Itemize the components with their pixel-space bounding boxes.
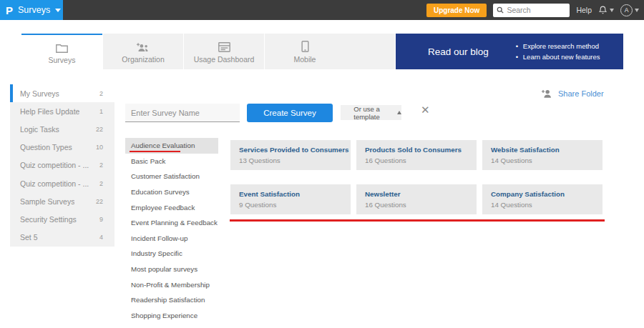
- sidebar-item-count: 10: [96, 144, 103, 151]
- template-card-products-sold[interactable]: Products Sold to Consumers 16 Questions: [356, 140, 477, 170]
- tab-organization[interactable]: Organization: [102, 34, 183, 69]
- category-industry-specific[interactable]: Industry Specific: [125, 246, 218, 262]
- category-label: Shopping Experience: [131, 312, 197, 319]
- template-category-list: Audience Evaluation Basic Pack Customer …: [125, 138, 218, 328]
- blog-banner-title: Read our blog: [428, 46, 489, 57]
- share-folder-button[interactable]: Share Folder: [542, 89, 604, 98]
- tab-label: Surveys: [49, 56, 76, 64]
- sidebar-item-count: 22: [96, 198, 103, 205]
- category-label: Non-Profit & Membership: [131, 281, 210, 289]
- avatar: A: [620, 4, 633, 16]
- main-nav-tabs: Surveys Organization Usage: [21, 34, 395, 69]
- card-title: Event Satisfaction: [239, 190, 342, 198]
- sidebar-item-my-surveys[interactable]: My Surveys 2: [10, 84, 114, 102]
- card-question-count: 14 Questions: [491, 156, 594, 164]
- category-most-popular-surveys[interactable]: Most popular surveys: [125, 262, 218, 277]
- sidebar-item-question-types[interactable]: Question Types 10: [10, 139, 114, 156]
- folder-icon: [56, 41, 68, 53]
- sidebar-item-label: Logic Tasks: [20, 125, 59, 134]
- category-label: Education Surveys: [131, 188, 190, 196]
- category-customer-satisfaction[interactable]: Customer Satisfaction: [125, 169, 218, 184]
- blog-bullet: Learn about new features: [516, 51, 600, 62]
- sidebar-item-label: Quiz competition - ...: [20, 161, 89, 169]
- product-switcher[interactable]: P Surveys: [0, 0, 63, 20]
- sidebar-item-quiz-competition-1[interactable]: Quiz competition - ... 2: [10, 156, 114, 174]
- category-label: Event Planning & Feedback: [131, 219, 218, 227]
- folders-sidebar: My Surveys 2 Help Files Update 1 Logic T…: [10, 84, 114, 247]
- top-bar: P Surveys Upgrade Now Help: [0, 0, 644, 20]
- category-employee-feedback[interactable]: Employee Feedback: [125, 199, 218, 215]
- card-title: Products Sold to Consumers: [365, 146, 468, 154]
- card-title: Newsletter: [365, 190, 468, 198]
- sidebar-item-label: Question Types: [20, 143, 72, 151]
- template-card-newsletter[interactable]: Newsletter 16 Questions: [356, 184, 477, 214]
- survey-name-input[interactable]: [125, 104, 240, 122]
- sidebar-item-security-settings[interactable]: Security Settings 9: [10, 210, 114, 228]
- mobile-icon: [301, 40, 309, 52]
- category-label: Basic Pack: [131, 157, 165, 165]
- card-title: Services Provided to Consumers: [239, 146, 342, 154]
- sidebar-item-count: 22: [96, 126, 103, 133]
- person-plus-icon: [542, 89, 552, 98]
- blog-bullet: Explore research method: [516, 41, 600, 51]
- category-non-profit-membership[interactable]: Non-Profit & Membership: [125, 277, 218, 292]
- sidebar-item-quiz-competition-2[interactable]: Quiz competition - ... 2: [10, 174, 114, 192]
- category-label: Most popular surveys: [131, 265, 197, 273]
- card-question-count: 14 Questions: [491, 201, 594, 209]
- category-label: Employee Feedback: [131, 204, 195, 212]
- chevron-down-icon: [610, 9, 614, 12]
- sidebar-item-label: Sample Surveys: [20, 197, 74, 206]
- category-label: Customer Satisfaction: [131, 172, 200, 180]
- sidebar-item-count: 2: [99, 161, 103, 169]
- tab-label: Mobile: [294, 55, 316, 64]
- category-readership-satisfaction[interactable]: Readership Satisfaction: [125, 292, 218, 308]
- dashboard-icon: [218, 40, 230, 52]
- category-event-planning-feedback[interactable]: Event Planning & Feedback: [125, 215, 218, 231]
- tab-usage-dashboard[interactable]: Usage Dashboard: [183, 34, 264, 69]
- template-card-company-satisfaction[interactable]: Company Satisfaction 14 Questions: [482, 184, 602, 214]
- share-folder-label: Share Folder: [558, 89, 604, 98]
- template-card-services-provided[interactable]: Services Provided to Consumers 13 Questi…: [230, 140, 351, 170]
- sidebar-item-count: 1: [99, 108, 103, 115]
- account-menu[interactable]: A: [620, 4, 639, 16]
- notifications-button[interactable]: [598, 5, 614, 15]
- proprofs-logo: P: [6, 5, 13, 16]
- add-people-icon: [137, 40, 150, 52]
- sidebar-item-count: 2: [99, 180, 103, 187]
- use-template-toggle[interactable]: Or use a template: [341, 105, 401, 120]
- sidebar-item-help-files-update[interactable]: Help Files Update 1: [10, 102, 114, 120]
- category-incident-follow-up[interactable]: Incident Follow-up: [125, 231, 218, 247]
- template-card-event-satisfaction[interactable]: Event Satisfaction 9 Questions: [230, 184, 351, 214]
- topbar-actions: Upgrade Now Help: [426, 4, 644, 17]
- sidebar-item-set-5[interactable]: Set 5 4: [10, 229, 114, 247]
- sidebar-item-label: Security Settings: [20, 215, 77, 224]
- tab-surveys[interactable]: Surveys: [21, 34, 102, 69]
- upgrade-now-button[interactable]: Upgrade Now: [426, 4, 487, 17]
- category-testing-new-products[interactable]: Testing New Products & Services: [125, 323, 218, 328]
- sidebar-item-label: Set 5: [20, 233, 38, 242]
- category-basic-pack[interactable]: Basic Pack: [125, 154, 218, 169]
- help-link[interactable]: Help: [576, 6, 592, 14]
- surveys-app-page: P Surveys Upgrade Now Help: [0, 0, 644, 328]
- card-question-count: 13 Questions: [239, 156, 342, 164]
- sidebar-item-count: 4: [99, 234, 103, 241]
- sidebar-item-count: 9: [99, 216, 103, 223]
- tab-mobile[interactable]: Mobile: [264, 34, 345, 69]
- tab-label: Organization: [122, 55, 165, 64]
- card-question-count: 16 Questions: [365, 201, 468, 209]
- category-label: Industry Specific: [131, 249, 182, 257]
- sidebar-item-label: My Surveys: [20, 89, 59, 98]
- close-icon[interactable]: ✕: [421, 104, 430, 115]
- category-education-surveys[interactable]: Education Surveys: [125, 184, 218, 200]
- blog-banner-bullets: Explore research method Learn about new …: [516, 41, 600, 62]
- read-our-blog-banner[interactable]: Read our blog Explore research method Le…: [396, 34, 623, 69]
- create-survey-button[interactable]: Create Survey: [247, 104, 333, 122]
- chevron-down-icon: [635, 9, 639, 12]
- search-input[interactable]: [507, 6, 564, 14]
- category-shopping-experience[interactable]: Shopping Experience: [125, 308, 218, 324]
- bell-icon: [598, 5, 608, 15]
- sidebar-item-logic-tasks[interactable]: Logic Tasks 22: [10, 120, 114, 138]
- search-box[interactable]: [493, 4, 570, 17]
- sidebar-item-sample-surveys[interactable]: Sample Surveys 22: [10, 192, 114, 210]
- template-card-website-satisfaction[interactable]: Website Satisfaction 14 Questions: [482, 140, 602, 170]
